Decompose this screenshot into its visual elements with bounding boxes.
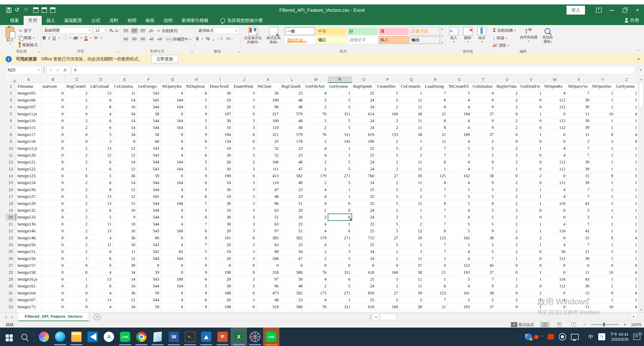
cell[interactable] [328,310,352,312]
cell[interactable]: 1 [591,227,615,234]
cell[interactable]: 24 [352,117,376,124]
cell[interactable]: 2 [65,179,89,186]
cell[interactable]: 0 [41,269,65,276]
cell[interactable]: 21 [424,131,448,138]
cell[interactable]: 0 [41,296,65,303]
cell[interactable]: 4 [304,296,328,303]
cell[interactable]: 1 [591,179,615,186]
cell[interactable]: 48 [280,117,304,124]
cell[interactable]: 2 [400,145,424,152]
cell[interactable]: 618 [352,269,376,276]
cell[interactable]: 0 [543,269,567,276]
cell[interactable]: 2 [65,159,89,166]
cell[interactable]: 1 [591,207,615,214]
cell[interactable]: benign133. [16,214,41,220]
cell[interactable]: 10 [591,304,615,310]
cell[interactable]: 20 [208,104,232,110]
cell[interactable]: 37 [471,269,495,276]
cell[interactable]: 0 [543,214,567,220]
cell[interactable]: 4 [615,269,638,276]
cell[interactable]: 1 [591,166,615,173]
cell[interactable]: 2 [376,207,400,214]
cell[interactable]: 5 [376,296,400,303]
cell[interactable]: 14 [113,159,137,166]
explorer-icon[interactable] [68,328,84,346]
cell[interactable]: 2 [400,221,424,227]
cell[interactable]: 3 [232,296,256,303]
cell[interactable]: 311 [328,304,352,310]
cell[interactable]: 76 [304,304,328,310]
cell[interactable]: NtCreateFil [448,83,472,90]
cell[interactable]: 544 [137,214,161,220]
cell[interactable]: 8 [424,97,448,104]
orientation-icon[interactable]: ab▾ [148,28,155,33]
cell[interactable]: 51 [256,214,280,220]
cell[interactable]: 4 [448,255,472,262]
cell[interactable]: 1 [400,207,424,214]
cell[interactable]: 3 [232,124,256,131]
line-icon[interactable]: LINE [117,328,133,346]
cell[interactable]: malware [41,83,65,90]
cell[interactable]: 0 [519,159,543,166]
cell[interactable] [280,310,304,312]
wrap-text-button[interactable]: ↵自動換列 [156,28,178,34]
cell[interactable]: 100 [256,97,280,104]
cell[interactable]: 4 [543,152,567,159]
cell[interactable]: 2 [304,179,328,186]
col-header-Y[interactable]: Y [591,76,615,83]
borders-icon[interactable] [62,36,67,40]
autosum-button[interactable]: Σ自動加總▾ [492,27,517,34]
cell[interactable]: 5 [184,255,208,262]
cell[interactable]: 0 [41,166,65,173]
cell[interactable]: 12 [113,193,137,200]
cell[interactable]: 9 [471,104,495,110]
cell[interactable] [567,310,591,312]
row-header-33[interactable]: 33 [6,304,16,310]
cell[interactable]: 0 [41,262,65,269]
cell[interactable]: 4 [89,269,113,276]
cell[interactable]: 0 [232,234,256,241]
cell[interactable]: 164 [161,166,185,173]
cell[interactable]: 543 [137,227,161,234]
cell[interactable]: 1 [519,200,543,207]
cell[interactable]: 2 [65,152,89,159]
cell[interactable]: 7 [424,186,448,193]
col-header-F[interactable]: F [137,76,161,83]
cell[interactable]: 6 [89,255,113,262]
cell[interactable]: 0 [543,262,567,269]
cell[interactable]: 24 [352,97,376,104]
cell[interactable]: 0 [495,131,519,138]
cell[interactable]: 24 [352,124,376,131]
zoom-slider-thumb[interactable] [603,323,605,327]
cell[interactable]: 4 [448,179,472,186]
cell[interactable]: 1 [65,276,89,283]
cell[interactable]: 0 [519,214,543,220]
cell[interactable] [543,310,567,312]
cell[interactable]: 2 [495,90,519,97]
cell[interactable]: 2 [65,104,89,110]
cell[interactable]: 1 [400,90,424,97]
cell[interactable]: 2 [65,227,89,234]
cell[interactable] [376,310,400,312]
cell[interactable]: 6 [328,227,352,234]
cell[interactable]: 27 [376,290,400,296]
cell[interactable]: 2 [376,104,400,110]
cell[interactable]: benign158. [16,269,41,276]
cell[interactable]: 38 [471,173,495,179]
cell[interactable]: 2 [519,173,543,179]
share-button[interactable]: 共用 [625,17,639,23]
cell[interactable]: 3 [232,248,256,255]
cell[interactable]: 5 [184,124,208,131]
cell[interactable]: 25 [352,221,376,227]
insert-cells-button[interactable]: 插入▾ [448,26,460,44]
cell[interactable]: 311 [328,269,352,276]
cell[interactable]: 0 [65,138,89,145]
cell[interactable]: 10 [113,207,137,214]
cell[interactable]: 164 [161,255,185,262]
cell[interactable]: 8 [424,104,448,110]
cell[interactable]: 1 [519,296,543,303]
conditional-formatting-button[interactable]: 設定格式化 的條件▾ [243,26,263,45]
cell[interactable]: 8 [89,104,113,110]
cell[interactable]: 0 [519,255,543,262]
enter-icon[interactable]: ✓ [56,68,60,73]
